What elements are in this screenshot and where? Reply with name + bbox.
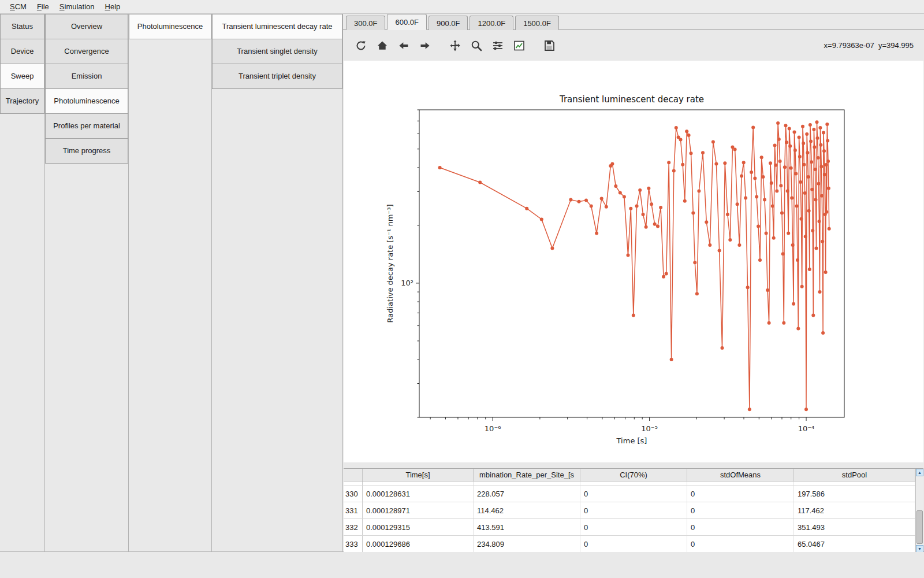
nav-subcategory-photoluminescence[interactable]: Photoluminescence (129, 14, 211, 39)
plot-toolbar: x=9.79363e-07 y=394.995 (343, 30, 924, 61)
row-index: 330 (344, 486, 363, 502)
nav-category-convergence[interactable]: Convergence (45, 39, 128, 64)
table-cell: 228.057 (474, 486, 580, 502)
menu-item-simulation[interactable]: Simulation (54, 1, 100, 12)
table-row[interactable]: 3330.000129686234.8090065.0467 (344, 536, 923, 552)
column-header-stdpool[interactable]: stdPool (794, 469, 915, 481)
svg-text:10⁻⁴: 10⁻⁴ (798, 424, 815, 433)
configure-subplots-button[interactable] (490, 38, 505, 53)
tab-300-0f[interactable]: 300.0F (346, 16, 385, 30)
column-header-mbination-rate-per-site-s[interactable]: mbination_Rate_per_Site_[s (474, 469, 580, 481)
table-cell: 351.493 (794, 519, 915, 535)
cursor-coordinates: x=9.79363e-07 y=394.995 (824, 41, 914, 50)
magnifier-icon (470, 39, 483, 52)
table-corner-cell (344, 469, 363, 481)
application-window: SCMFileSimulationHelp StatusDeviceSweepT… (0, 0, 924, 578)
nav-plot-type-transient-luminescent-decay-rate[interactable]: Transient luminescent decay rate (212, 14, 342, 39)
menu-item-help[interactable]: Help (100, 1, 126, 12)
tab-600-0f[interactable]: 600.0F (387, 14, 426, 30)
nav-category-profiles-per-material[interactable]: Profiles per material (45, 113, 128, 139)
y-axis-label: Radiative decay rate [s⁻¹ nm⁻³] (386, 205, 394, 323)
table-cell: 0 (687, 519, 794, 535)
back-arrow-icon (397, 39, 410, 52)
table-cell: 0.000129686 (363, 536, 474, 552)
scroll-down-button[interactable]: ▼ (916, 545, 923, 552)
forward-arrow-icon (419, 39, 431, 52)
back-button[interactable] (396, 38, 411, 53)
row-index: 333 (344, 536, 363, 552)
table-row[interactable]: 3310.000128971114.46200117.462 (344, 502, 923, 519)
home-icon (376, 39, 389, 52)
refresh-button[interactable] (353, 38, 368, 53)
nav-category-overview[interactable]: Overview (45, 14, 128, 39)
table-cell: 234.809 (474, 536, 580, 552)
line-chart-icon (513, 39, 526, 52)
nav-section-trajectory[interactable]: Trajectory (0, 88, 44, 114)
table-cell: 0 (687, 486, 794, 502)
tab-900-0f[interactable]: 900.0F (429, 16, 468, 30)
sidebar-subcategories: Photoluminescence (129, 14, 212, 552)
table-cell: 0 (580, 519, 687, 535)
nav-category-time-progress[interactable]: Time progress (45, 138, 128, 164)
svg-text:10⁻⁵: 10⁻⁵ (641, 424, 658, 433)
table-body: 3300.000128631228.05700197.5863310.00012… (344, 481, 923, 552)
table-cell: 0 (687, 536, 794, 552)
table-cell: 0 (580, 502, 687, 518)
nav-category-photoluminescence[interactable]: Photoluminescence (45, 88, 128, 114)
nav-section-device[interactable]: Device (0, 39, 44, 64)
column-header-stdofmeans[interactable]: stdOfMeans (687, 469, 794, 481)
table-row[interactable]: 3320.000129315413.59100351.493 (344, 519, 923, 536)
sidebar-categories: OverviewConvergenceEmissionPhotoluminesc… (45, 14, 129, 552)
table-cell: 114.462 (474, 502, 580, 518)
svg-text:10⁻⁶: 10⁻⁶ (485, 424, 501, 433)
save-icon (543, 39, 556, 52)
pan-button[interactable] (448, 38, 463, 53)
nav-plot-type-transient-triplet-density[interactable]: Transient triplet density (212, 64, 342, 89)
main-panel: 300.0F600.0F900.0F1200.0F1500.0F (343, 14, 924, 552)
table-header-row: Time[s]mbination_Rate_per_Site_[sCI(70%)… (344, 469, 923, 481)
plot-axes[interactable]: 10⁻⁶10⁻⁵10⁻⁴10² (344, 61, 923, 462)
menubar: SCMFileSimulationHelp (0, 0, 924, 14)
scroll-up-button[interactable]: ▲ (916, 469, 923, 476)
nav-category-emission[interactable]: Emission (45, 64, 128, 89)
figure-canvas[interactable]: 10⁻⁶10⁻⁵10⁻⁴10² Transient luminescent de… (344, 61, 923, 462)
tab-1200-0f[interactable]: 1200.0F (470, 16, 513, 30)
menu-item-scm[interactable]: SCM (5, 1, 32, 12)
table-cell: 65.0467 (794, 536, 915, 552)
zoom-button[interactable] (469, 38, 484, 53)
forward-button[interactable] (418, 38, 433, 53)
table-cell: 0.000128971 (363, 502, 474, 518)
row-index: 331 (344, 502, 363, 518)
chart-title: Transient luminescent decay rate (419, 94, 844, 105)
table-row[interactable]: 3300.000128631228.05700197.586 (344, 486, 923, 502)
sliders-icon (491, 39, 504, 52)
tab-1500-0f[interactable]: 1500.0F (515, 16, 559, 30)
save-button[interactable] (542, 38, 557, 53)
table-cell: 0 (687, 502, 794, 518)
table-cell: 0.000129315 (363, 519, 474, 535)
column-header-ci-70[interactable]: CI(70%) (580, 469, 687, 481)
pan-icon (449, 39, 461, 52)
nav-section-status[interactable]: Status (0, 14, 44, 39)
row-index: 332 (344, 519, 363, 535)
table-row-partial (344, 481, 923, 486)
temperature-tabbar: 300.0F600.0F900.0F1200.0F1500.0F (343, 14, 924, 30)
column-header-time-s[interactable]: Time[s] (363, 469, 474, 481)
menu-item-file[interactable]: File (32, 1, 54, 12)
table-cell: 0.000128631 (363, 486, 474, 502)
data-table: Time[s]mbination_Rate_per_Site_[sCI(70%)… (344, 468, 923, 552)
sidebar-plot-types: Transient luminescent decay rateTransien… (212, 14, 343, 552)
table-cell: 197.586 (794, 486, 915, 502)
table-cell: 413.591 (474, 519, 580, 535)
svg-text:10²: 10² (401, 279, 413, 287)
table-scrollbar[interactable]: ▲ ▼ (915, 469, 923, 552)
home-button[interactable] (375, 38, 390, 53)
table-cell: 0 (580, 536, 687, 552)
refresh-icon (355, 39, 367, 52)
nav-section-sweep[interactable]: Sweep (0, 64, 44, 89)
x-axis-label: Time [s] (419, 436, 844, 445)
table-cell: 0 (580, 486, 687, 502)
scrollbar-handle[interactable] (916, 510, 923, 544)
plot-options-button[interactable] (512, 38, 527, 53)
nav-plot-type-transient-singlet-density[interactable]: Transient singlet density (212, 39, 342, 64)
